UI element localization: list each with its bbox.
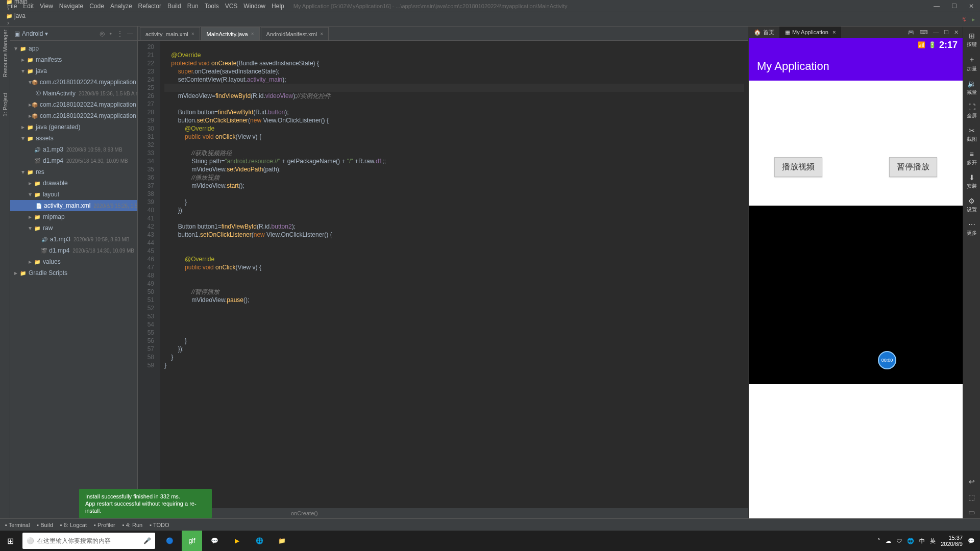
taskbar-app-wechat[interactable]: 💬	[204, 531, 225, 551]
emu-min-icon[interactable]: —	[933, 29, 939, 36]
gamepad-icon[interactable]: 🎮	[908, 29, 915, 36]
emu-tool-按键[interactable]: ⊞按键	[967, 30, 977, 50]
tree-icon: 📦	[32, 113, 38, 119]
breadcrumb-item[interactable]: java	[5, 12, 60, 19]
editor-tab[interactable]: activity_main.xml×	[140, 27, 200, 40]
tree-node[interactable]: ▾📁layout	[10, 189, 137, 200]
emu-close-icon[interactable]: ✕	[954, 29, 959, 36]
emu-tool-安装[interactable]: ⬇安装	[967, 171, 977, 192]
emu-tab-home[interactable]: 🏠首页	[749, 27, 780, 38]
bottom-tab[interactable]: ▪ 4: Run	[122, 522, 142, 528]
project-view-selector[interactable]: ▣ Android ▾	[14, 30, 48, 37]
menu-build[interactable]: Build	[164, 3, 184, 10]
menu-run[interactable]: Run	[184, 3, 202, 10]
taskbar-app-explorer[interactable]: 📁	[272, 531, 292, 551]
emu-tab-app[interactable]: ▦My Application×	[780, 27, 841, 38]
tree-node[interactable]: 🔊a1.mp32020/8/9 10:59, 8.93 MB	[10, 234, 137, 245]
windows-search[interactable]: ⚪ 在这里输入你要搜索的内容 🎤	[22, 533, 155, 549]
tree-node[interactable]: 🎬d1.mp42020/5/18 14:30, 10.09 MB	[10, 155, 137, 166]
menu-window[interactable]: Window	[240, 3, 268, 10]
settings-icon[interactable]: ⋮	[117, 30, 123, 37]
hide-icon[interactable]: —	[127, 30, 133, 37]
project-tree[interactable]: ▾📁app▸📁manifests▾📁java▾📦com.c20180102022…	[10, 41, 137, 518]
maximize-button[interactable]: ☐	[945, 0, 963, 12]
tray-onedrive-icon[interactable]: ☁	[886, 538, 891, 544]
tree-node[interactable]: 🔊a1.mp32020/8/9 10:59, 8.93 MB	[10, 144, 137, 155]
resource-manager-tab[interactable]: Resource Manager	[2, 30, 8, 78]
tree-node[interactable]: ▾📦com.c201801020224.myapplication	[10, 77, 137, 88]
collapse-icon[interactable]: ⋆	[109, 30, 113, 37]
breadcrumb-item[interactable]: main	[5, 0, 60, 5]
emu-tool-多开[interactable]: ≡多开	[967, 148, 977, 168]
close-icon[interactable]: ×	[832, 29, 836, 35]
tree-node[interactable]: ▾📁res	[10, 166, 137, 178]
emu-tool-更多[interactable]: ⋯更多	[967, 218, 977, 239]
tree-node[interactable]: ▸📁mipmap	[10, 211, 137, 222]
editor-tab[interactable]: MainActivity.java×	[201, 27, 260, 40]
tree-node[interactable]: ▸📁drawable	[10, 178, 137, 189]
close-icon[interactable]: ×	[320, 31, 323, 37]
tray-network-icon[interactable]: 🌐	[907, 538, 914, 544]
keyboard-icon[interactable]: ⌨	[920, 29, 928, 36]
ime-lang1[interactable]: 中	[919, 537, 925, 545]
video-view[interactable]	[749, 206, 963, 384]
bottom-tab[interactable]: ▪ Terminal	[5, 522, 30, 528]
tree-node[interactable]: ▾📁assets	[10, 133, 137, 144]
bottom-tab[interactable]: ▪ Build	[37, 522, 53, 528]
tree-node[interactable]: ⒸMainActivity2020/8/9 15:36, 1.5 kB A mi…	[10, 88, 137, 99]
bottom-tab[interactable]: ▪ Profiler	[94, 522, 115, 528]
tree-node[interactable]: ▸📁manifests	[10, 54, 137, 65]
tree-node[interactable]: ▸📁java (generated)	[10, 121, 137, 133]
tray-security-icon[interactable]: 🛡	[896, 538, 902, 544]
close-icon[interactable]: ×	[191, 31, 194, 37]
device-icon[interactable]: ▸	[972, 16, 975, 23]
bottom-tab[interactable]: ▪ TODO	[150, 522, 169, 528]
taskbar-app-potplayer[interactable]: ▶	[227, 531, 247, 551]
system-clock[interactable]: 15:37 2020/8/9	[941, 535, 963, 547]
emu-tool-设置[interactable]: ⚙设置	[967, 195, 977, 215]
emu-tool-截图[interactable]: ✂截图	[967, 124, 977, 145]
tree-node[interactable]: 📄activity_main.xml2020/8/9 15:26, 1.58 k…	[10, 200, 137, 211]
menu-code[interactable]: Code	[86, 3, 107, 10]
menu-navigate[interactable]: Navigate	[56, 3, 86, 10]
menu-help[interactable]: Help	[268, 3, 287, 10]
emu-nav[interactable]: ↩	[969, 475, 975, 488]
tree-node[interactable]: ▾📁java	[10, 65, 137, 77]
emu-nav[interactable]: ▭	[968, 506, 975, 518]
tree-node[interactable]: ▾📁raw	[10, 222, 137, 234]
emu-tool-加量[interactable]: ＋加量	[967, 53, 977, 74]
emu-tool-全屏[interactable]: ⛶全屏	[967, 101, 977, 121]
taskbar-app-edge[interactable]: 🔵	[159, 531, 180, 551]
editor-tab[interactable]: AndroidManifest.xml×	[261, 27, 329, 40]
tree-icon: 📄	[36, 203, 42, 209]
emu-max-icon[interactable]: ☐	[944, 29, 949, 36]
play-video-button[interactable]: 播放视频	[774, 157, 822, 177]
menu-refactor[interactable]: Refactor	[135, 3, 164, 10]
start-button[interactable]: ⊞	[0, 531, 20, 551]
taskbar-app-chrome[interactable]: 🌐	[249, 531, 270, 551]
taskbar-app-gif[interactable]: gif	[182, 531, 202, 551]
target-icon[interactable]: ◎	[100, 30, 105, 37]
menu-analyze[interactable]: Analyze	[107, 3, 135, 10]
emu-tool-减量[interactable]: 🔉减量	[967, 78, 977, 98]
tree-node[interactable]: 🎬d1.mp42020/5/18 14:30, 10.09 MB	[10, 245, 137, 256]
ime-lang2[interactable]: 英	[930, 537, 936, 545]
pause-video-button[interactable]: 暂停播放	[889, 157, 937, 177]
menu-tools[interactable]: Tools	[202, 3, 222, 10]
tree-node[interactable]: ▸📦com.c201801020224.myapplication (test)	[10, 110, 137, 121]
tray-chevron-icon[interactable]: ˄	[877, 538, 880, 544]
tree-node[interactable]: ▾📁app	[10, 43, 137, 54]
close-button[interactable]: ✕	[963, 0, 980, 12]
build-status-icon[interactable]: ↯	[962, 16, 967, 23]
close-icon[interactable]: ×	[251, 31, 254, 37]
tree-node[interactable]: ▸📁Gradle Scripts	[10, 267, 137, 279]
project-tab[interactable]: 1: Project	[2, 93, 8, 116]
tree-node[interactable]: ▸📁values	[10, 256, 137, 267]
minimize-button[interactable]: —	[928, 0, 945, 12]
menu-vcs[interactable]: VCS	[222, 3, 241, 10]
emu-nav[interactable]: ⬚	[968, 491, 975, 503]
code-editor[interactable]: @Override protected void onCreate(Bundle…	[160, 41, 748, 508]
tree-node[interactable]: ▸📦com.c201801020224.myapplication (andro…	[10, 99, 137, 110]
notifications-icon[interactable]: 💬	[968, 538, 975, 544]
bottom-tab[interactable]: ▪ 6: Logcat	[60, 522, 87, 528]
